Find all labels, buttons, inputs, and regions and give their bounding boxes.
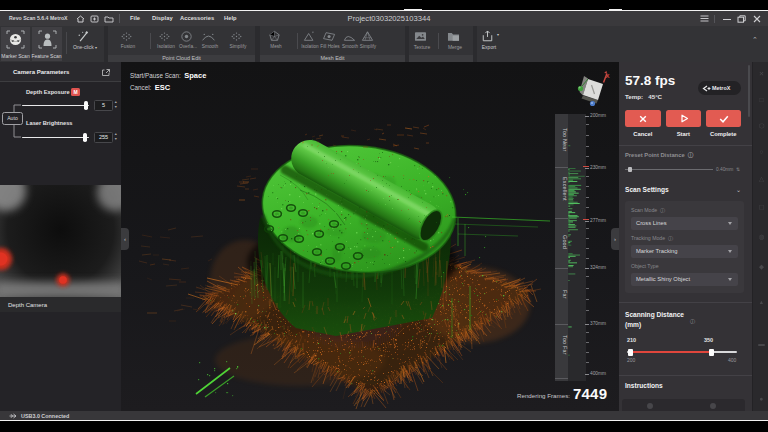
- svg-text:X: X: [606, 73, 610, 79]
